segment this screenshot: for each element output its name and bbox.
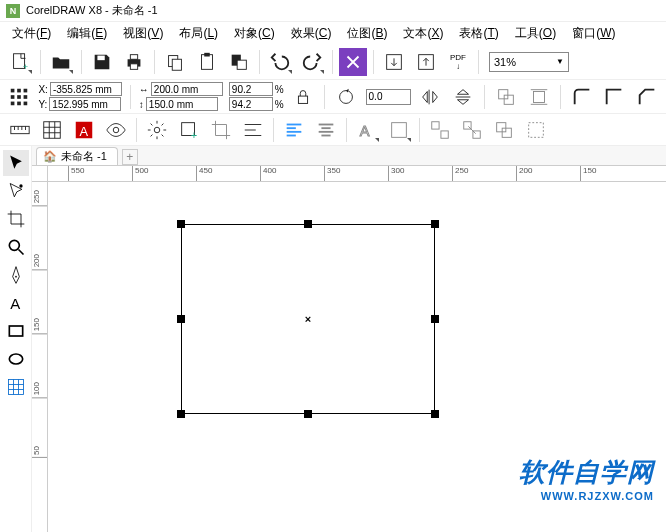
pen-tool[interactable]: [3, 262, 29, 288]
wrap-button[interactable]: [525, 83, 551, 111]
redo-button[interactable]: [298, 48, 326, 76]
height-input[interactable]: [146, 97, 218, 111]
menu-table[interactable]: 表格(T): [451, 23, 506, 44]
combine-button[interactable]: [490, 116, 518, 144]
ruler-vertical[interactable]: 25020015010050: [32, 182, 48, 532]
svg-rect-30: [11, 126, 29, 133]
svg-rect-11: [237, 60, 246, 69]
break-button[interactable]: [522, 116, 550, 144]
undo-button[interactable]: [266, 48, 294, 76]
new-layer-button[interactable]: +: [175, 116, 203, 144]
menu-effects[interactable]: 效果(C): [283, 23, 340, 44]
menu-text[interactable]: 文本(X): [395, 23, 451, 44]
order-button[interactable]: [493, 83, 519, 111]
ruler-button[interactable]: [6, 116, 34, 144]
y-input[interactable]: [49, 97, 121, 111]
menu-bitmap[interactable]: 位图(B): [339, 23, 395, 44]
canvas[interactable]: 软件自学网 WWW.RJZXW.COM ×: [48, 182, 666, 532]
mirror-h-button[interactable]: [417, 83, 443, 111]
selection-handle[interactable]: [431, 315, 439, 323]
svg-rect-16: [24, 88, 28, 92]
selection-handle[interactable]: [431, 410, 439, 418]
para-center-button[interactable]: [312, 116, 340, 144]
menu-view[interactable]: 视图(V): [115, 23, 171, 44]
svg-text:A: A: [360, 122, 370, 138]
copy-button[interactable]: [161, 48, 189, 76]
export-button[interactable]: [380, 48, 408, 76]
ruler-h-tick: 350: [324, 166, 340, 182]
x-input[interactable]: [50, 82, 122, 96]
menu-window[interactable]: 窗口(W): [564, 23, 623, 44]
menu-tools[interactable]: 工具(O): [507, 23, 564, 44]
angle-input[interactable]: 0.0: [366, 89, 411, 105]
doc-tab-active[interactable]: 🏠 未命名 -1: [36, 147, 118, 165]
svg-rect-60: [441, 130, 448, 137]
grid-button[interactable]: [38, 116, 66, 144]
mirror-v-button[interactable]: [449, 83, 475, 111]
svg-rect-21: [17, 101, 21, 105]
add-tab-button[interactable]: +: [122, 149, 138, 165]
duplicate-button[interactable]: [225, 48, 253, 76]
selection-handle[interactable]: [177, 220, 185, 228]
import-button[interactable]: [339, 48, 367, 76]
ungroup-button[interactable]: [458, 116, 486, 144]
selection-handle[interactable]: [304, 410, 312, 418]
shape-tool[interactable]: [3, 178, 29, 204]
selection-handle[interactable]: [304, 220, 312, 228]
group-button[interactable]: [426, 116, 454, 144]
style-button[interactable]: [385, 116, 413, 144]
pdf-button[interactable]: PDF↓: [444, 48, 472, 76]
text-tool[interactable]: A: [3, 290, 29, 316]
para-left-button[interactable]: [280, 116, 308, 144]
menu-edit[interactable]: 编辑(E): [59, 23, 115, 44]
new-button[interactable]: +: [6, 48, 34, 76]
menu-file[interactable]: 文件(F): [4, 23, 59, 44]
home-icon: 🏠: [43, 150, 57, 163]
lock-ratio-button[interactable]: [290, 83, 316, 111]
selection-handle[interactable]: [431, 220, 439, 228]
svg-rect-26: [504, 95, 513, 104]
view-button[interactable]: [102, 116, 130, 144]
settings-button[interactable]: [143, 116, 171, 144]
menu-object[interactable]: 对象(C): [226, 23, 283, 44]
open-button[interactable]: [47, 48, 75, 76]
text-frame-button[interactable]: A: [70, 116, 98, 144]
position-presets-button[interactable]: [6, 83, 32, 111]
align-button[interactable]: [239, 116, 267, 144]
menu-layout[interactable]: 布局(L): [171, 23, 226, 44]
crop-tool[interactable]: [3, 206, 29, 232]
selection-handle[interactable]: [177, 315, 185, 323]
svg-rect-5: [130, 63, 137, 69]
width-input[interactable]: [151, 82, 223, 96]
selection-center[interactable]: ×: [305, 313, 311, 325]
corner-3-button[interactable]: [634, 83, 660, 111]
corner-2-button[interactable]: [601, 83, 627, 111]
doc-tab-label: 未命名 -1: [61, 149, 107, 164]
corner-1-button[interactable]: [569, 83, 595, 111]
print-button[interactable]: [120, 48, 148, 76]
ellipse-tool[interactable]: [3, 346, 29, 372]
svg-rect-14: [11, 88, 15, 92]
zoom-tool[interactable]: [3, 234, 29, 260]
publish-button[interactable]: [412, 48, 440, 76]
ruler-v-tick: 200: [32, 254, 48, 270]
zoom-combo[interactable]: 31%▼: [489, 52, 569, 72]
ruler-horizontal[interactable]: 550500450400350300250200150: [48, 166, 666, 182]
svg-rect-23: [298, 96, 307, 103]
save-button[interactable]: [88, 48, 116, 76]
svg-text:+: +: [191, 129, 197, 141]
scale-y-input[interactable]: [229, 97, 273, 111]
toolbox: A: [0, 146, 32, 532]
svg-rect-2: [97, 55, 104, 60]
char-button[interactable]: A: [353, 116, 381, 144]
selection-handle[interactable]: [177, 410, 185, 418]
scale-x-input[interactable]: [229, 82, 273, 96]
rectangle-tool[interactable]: [3, 318, 29, 344]
ruler-v-tick: 150: [32, 318, 48, 334]
table-tool[interactable]: [3, 374, 29, 400]
svg-line-63: [468, 126, 475, 133]
svg-point-43: [154, 127, 160, 133]
paste-button[interactable]: [193, 48, 221, 76]
pick-tool[interactable]: [3, 150, 29, 176]
crop-button[interactable]: [207, 116, 235, 144]
